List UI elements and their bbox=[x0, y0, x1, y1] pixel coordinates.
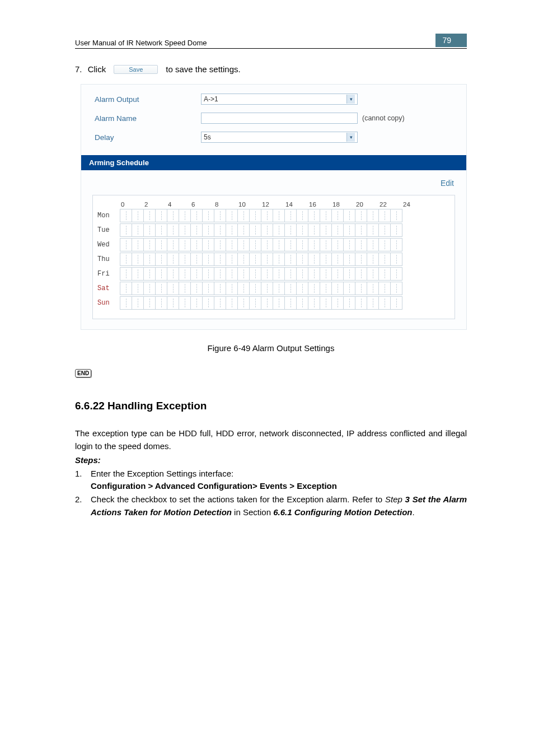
hour-cell[interactable] bbox=[320, 209, 332, 222]
hour-cell[interactable] bbox=[156, 209, 167, 222]
hour-cell[interactable] bbox=[191, 268, 203, 280]
hour-cell[interactable] bbox=[391, 297, 402, 309]
hour-cell[interactable] bbox=[367, 282, 379, 295]
hour-cell[interactable] bbox=[214, 239, 226, 251]
hour-cell[interactable] bbox=[355, 297, 367, 309]
hour-cell[interactable] bbox=[132, 224, 144, 236]
day-cells[interactable] bbox=[120, 282, 402, 295]
hour-cell[interactable] bbox=[120, 253, 132, 265]
hour-cell[interactable] bbox=[120, 297, 132, 309]
hour-cell[interactable] bbox=[214, 297, 226, 309]
hour-cell[interactable] bbox=[250, 297, 261, 309]
day-cells[interactable] bbox=[120, 253, 402, 266]
hour-cell[interactable] bbox=[132, 239, 144, 251]
hour-cell[interactable] bbox=[355, 253, 367, 265]
hour-cell[interactable] bbox=[355, 282, 367, 295]
hour-cell[interactable] bbox=[203, 224, 214, 236]
hour-cell[interactable] bbox=[226, 239, 238, 251]
hour-cell[interactable] bbox=[273, 209, 285, 222]
hour-cell[interactable] bbox=[367, 209, 379, 222]
hour-cell[interactable] bbox=[167, 297, 179, 309]
hour-cell[interactable] bbox=[120, 282, 132, 295]
hour-cell[interactable] bbox=[297, 297, 308, 309]
hour-cell[interactable] bbox=[238, 253, 250, 265]
hour-cell[interactable] bbox=[273, 268, 285, 280]
hour-cell[interactable] bbox=[203, 239, 214, 251]
hour-cell[interactable] bbox=[379, 239, 391, 251]
hour-cell[interactable] bbox=[391, 239, 402, 251]
hour-cell[interactable] bbox=[320, 224, 332, 236]
hour-cell[interactable] bbox=[203, 253, 214, 265]
hour-cell[interactable] bbox=[308, 268, 320, 280]
hour-cell[interactable] bbox=[203, 268, 214, 280]
hour-cell[interactable] bbox=[250, 239, 261, 251]
hour-cell[interactable] bbox=[379, 224, 391, 236]
hour-cell[interactable] bbox=[226, 224, 238, 236]
hour-cell[interactable] bbox=[120, 239, 132, 251]
day-cells[interactable] bbox=[120, 209, 402, 222]
hour-cell[interactable] bbox=[132, 282, 144, 295]
hour-cell[interactable] bbox=[273, 282, 285, 295]
hour-cell[interactable] bbox=[214, 224, 226, 236]
hour-cell[interactable] bbox=[367, 268, 379, 280]
hour-cell[interactable] bbox=[144, 297, 156, 309]
hour-cell[interactable] bbox=[355, 268, 367, 280]
hour-cell[interactable] bbox=[156, 224, 167, 236]
hour-cell[interactable] bbox=[167, 209, 179, 222]
hour-cell[interactable] bbox=[332, 282, 344, 295]
hour-cell[interactable] bbox=[167, 268, 179, 280]
hour-cell[interactable] bbox=[320, 297, 332, 309]
hour-cell[interactable] bbox=[379, 297, 391, 309]
alarm-output-select[interactable]: A->1 ▾ bbox=[201, 94, 358, 105]
hour-cell[interactable] bbox=[238, 239, 250, 251]
hour-cell[interactable] bbox=[391, 253, 402, 265]
hour-cell[interactable] bbox=[344, 282, 355, 295]
hour-cell[interactable] bbox=[273, 297, 285, 309]
hour-cell[interactable] bbox=[261, 297, 273, 309]
hour-cell[interactable] bbox=[285, 268, 297, 280]
hour-cell[interactable] bbox=[308, 239, 320, 251]
hour-cell[interactable] bbox=[156, 239, 167, 251]
hour-cell[interactable] bbox=[214, 282, 226, 295]
hour-cell[interactable] bbox=[320, 239, 332, 251]
hour-cell[interactable] bbox=[179, 239, 191, 251]
hour-cell[interactable] bbox=[285, 253, 297, 265]
hour-cell[interactable] bbox=[285, 209, 297, 222]
hour-cell[interactable] bbox=[167, 239, 179, 251]
hour-cell[interactable] bbox=[320, 268, 332, 280]
hour-cell[interactable] bbox=[391, 224, 402, 236]
hour-cell[interactable] bbox=[144, 268, 156, 280]
hour-cell[interactable] bbox=[191, 239, 203, 251]
hour-cell[interactable] bbox=[179, 282, 191, 295]
hour-cell[interactable] bbox=[132, 209, 144, 222]
hour-cell[interactable] bbox=[156, 253, 167, 265]
hour-cell[interactable] bbox=[285, 224, 297, 236]
hour-cell[interactable] bbox=[320, 253, 332, 265]
hour-cell[interactable] bbox=[226, 253, 238, 265]
edit-link[interactable]: Edit bbox=[441, 179, 454, 188]
hour-cell[interactable] bbox=[214, 268, 226, 280]
hour-cell[interactable] bbox=[285, 282, 297, 295]
hour-cell[interactable] bbox=[179, 209, 191, 222]
hour-cell[interactable] bbox=[132, 297, 144, 309]
hour-cell[interactable] bbox=[308, 209, 320, 222]
hour-cell[interactable] bbox=[297, 282, 308, 295]
hour-cell[interactable] bbox=[238, 268, 250, 280]
hour-cell[interactable] bbox=[344, 239, 355, 251]
hour-cell[interactable] bbox=[297, 224, 308, 236]
hour-cell[interactable] bbox=[332, 253, 344, 265]
hour-cell[interactable] bbox=[308, 224, 320, 236]
hour-cell[interactable] bbox=[367, 253, 379, 265]
hour-cell[interactable] bbox=[226, 297, 238, 309]
hour-cell[interactable] bbox=[308, 297, 320, 309]
hour-cell[interactable] bbox=[273, 253, 285, 265]
hour-cell[interactable] bbox=[238, 209, 250, 222]
hour-cell[interactable] bbox=[367, 239, 379, 251]
hour-cell[interactable] bbox=[391, 282, 402, 295]
day-cells[interactable] bbox=[120, 267, 402, 281]
hour-cell[interactable] bbox=[308, 282, 320, 295]
hour-cell[interactable] bbox=[285, 239, 297, 251]
hour-cell[interactable] bbox=[391, 209, 402, 222]
hour-cell[interactable] bbox=[261, 282, 273, 295]
hour-cell[interactable] bbox=[261, 268, 273, 280]
